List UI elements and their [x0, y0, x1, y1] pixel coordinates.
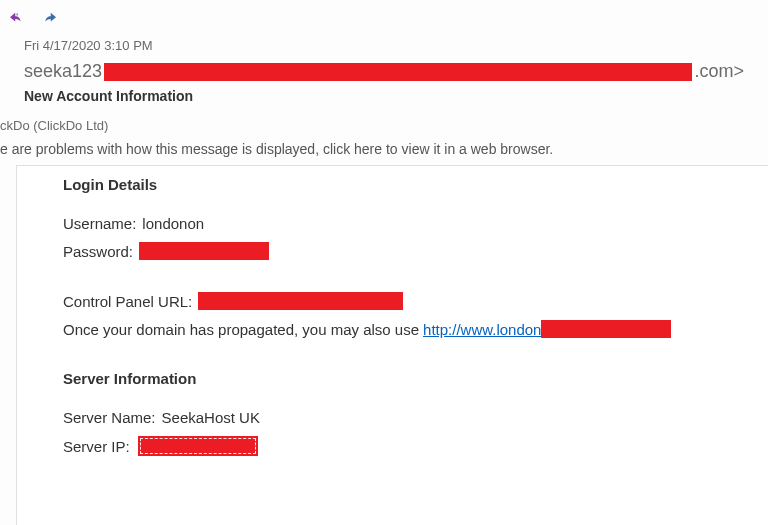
email-toolbar: Reply All Forward — [0, 0, 768, 32]
server-name-value: SeekaHost UK — [162, 409, 260, 426]
server-name-label: Server Name: — [63, 409, 156, 426]
cpanel-label: Control Panel URL: — [63, 293, 192, 310]
propagated-link[interactable]: http://www.london — [423, 321, 541, 338]
username-line: Username: londonon — [63, 215, 758, 232]
reply-all-button[interactable]: Reply All — [10, 4, 28, 32]
forward-icon — [42, 12, 56, 24]
username-value: londonon — [142, 215, 204, 232]
forward-button[interactable]: Forward — [42, 11, 60, 25]
server-name-line: Server Name: SeekaHost UK — [63, 409, 758, 426]
from-prefix: seeka123 — [24, 61, 102, 82]
server-ip-line: Server IP: — [63, 436, 758, 456]
cpanel-redaction — [198, 292, 403, 310]
password-line: Password: — [63, 242, 758, 260]
server-ip-label: Server IP: — [63, 438, 130, 455]
email-date: Fri 4/17/2020 3:10 PM — [24, 38, 744, 53]
from-suffix: .com> — [694, 61, 744, 82]
email-body: Login Details Username: londonon Passwor… — [16, 165, 768, 525]
email-header: Fri 4/17/2020 3:10 PM seeka123 .com> New… — [0, 32, 768, 118]
cpanel-line: Control Panel URL: — [63, 292, 758, 310]
from-redaction — [104, 63, 692, 81]
server-ip-redaction — [138, 436, 258, 456]
server-info-title: Server Information — [63, 370, 758, 387]
login-details-title: Login Details — [63, 176, 758, 193]
username-label: Username: — [63, 215, 136, 232]
propagated-line: Once your domain has propagated, you may… — [63, 320, 758, 338]
password-label: Password: — [63, 243, 133, 260]
email-subject: New Account Information — [24, 88, 744, 104]
propagated-text: Once your domain has propagated, you may… — [63, 321, 419, 338]
reply-all-icon — [10, 12, 24, 24]
password-redaction — [139, 242, 269, 260]
email-from-row: seeka123 .com> — [24, 61, 744, 82]
email-to: ckDo (ClickDo Ltd) — [0, 118, 768, 133]
display-problem-notice[interactable]: e are problems with how this message is … — [0, 141, 768, 165]
link-redaction — [541, 320, 671, 338]
